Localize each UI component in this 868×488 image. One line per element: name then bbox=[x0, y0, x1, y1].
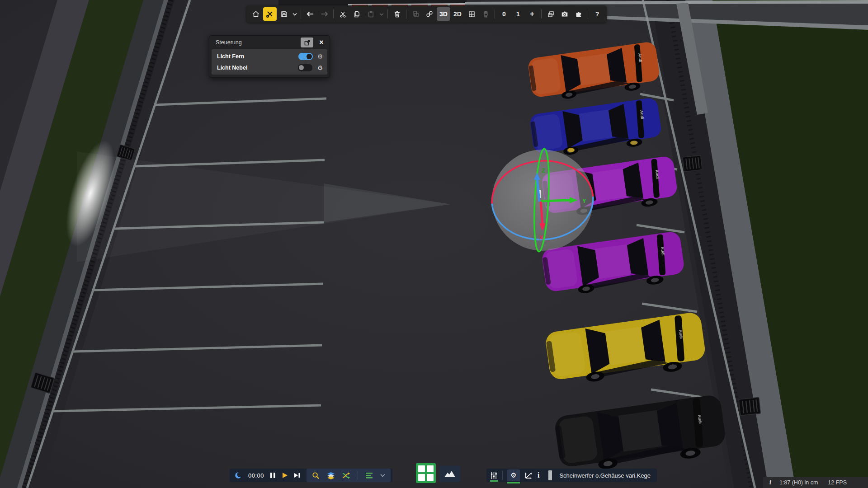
control-row-licht-nebel: Licht Nebel ⚙ bbox=[212, 62, 327, 73]
toolbar-separator bbox=[301, 9, 301, 19]
gizmo-y-label: Y bbox=[582, 197, 586, 204]
cut-button[interactable] bbox=[336, 7, 349, 21]
layer-0-button[interactable]: 0 bbox=[497, 7, 511, 21]
car-banner-text: Audi bbox=[655, 169, 660, 179]
view-2d-label: 2D bbox=[453, 10, 462, 18]
moon-night-icon[interactable] bbox=[234, 471, 242, 479]
paste-button[interactable] bbox=[364, 7, 377, 21]
search-icon[interactable] bbox=[312, 472, 320, 479]
pause-button[interactable] bbox=[270, 472, 276, 479]
drain-grate bbox=[739, 397, 760, 415]
scale-indicator: 1:87 (H0) in cm bbox=[779, 479, 818, 486]
car-banner-text: Audi bbox=[639, 110, 645, 119]
chevron-down-icon[interactable] bbox=[380, 474, 385, 477]
fps-indicator: 12 FPS bbox=[828, 479, 847, 486]
view-2d-button[interactable]: 2D bbox=[451, 7, 464, 21]
gizmo-x-label: X bbox=[539, 234, 543, 241]
info-icon[interactable]: i bbox=[769, 479, 771, 486]
toolbar-separator bbox=[387, 9, 388, 19]
view-tools-group bbox=[307, 469, 391, 482]
car-banner-text: Audi bbox=[660, 246, 665, 256]
simulation-time: 00:00 bbox=[248, 472, 264, 479]
steuerung-panel: Steuerung × Licht Fern ⚙ Licht Nebel ⚙ bbox=[209, 35, 330, 78]
shuffle-random-icon[interactable] bbox=[342, 472, 350, 479]
terrain-view-button[interactable] bbox=[439, 466, 460, 482]
toolbar-separator bbox=[495, 9, 495, 19]
plugin-puzzle-button[interactable] bbox=[572, 7, 585, 21]
main-toolbar: 3D 2D 0 1 + ? bbox=[246, 5, 607, 23]
toolbar-separator bbox=[588, 9, 588, 19]
status-bar: i 1:87 (H0) in cm 12 FPS bbox=[763, 477, 868, 488]
object-sliders-icon[interactable] bbox=[490, 472, 498, 479]
steuerung-panel-header[interactable]: Steuerung × bbox=[209, 36, 330, 49]
gizmo-z-label: Z bbox=[542, 167, 545, 174]
home-button[interactable] bbox=[249, 7, 263, 21]
close-icon[interactable]: × bbox=[317, 38, 326, 47]
paste-options-chevron[interactable] bbox=[378, 7, 385, 21]
view-3d-button[interactable]: 3D bbox=[437, 7, 450, 21]
help-button[interactable]: ? bbox=[590, 7, 604, 21]
selected-object-name: Scheinwerfer o.Gehäuse vari.Kege bbox=[559, 472, 652, 479]
play-button[interactable] bbox=[282, 472, 288, 479]
add-layer-label: + bbox=[530, 9, 534, 19]
gizmo-y-axis[interactable] bbox=[541, 200, 571, 201]
car-banner-text: Audi bbox=[637, 53, 643, 62]
gold-rim bbox=[630, 141, 637, 145]
layer-1-label: 1 bbox=[516, 10, 520, 18]
toolbar-separator bbox=[541, 9, 542, 19]
move-object-icon[interactable] bbox=[524, 472, 533, 479]
toolbar-separator bbox=[406, 9, 406, 19]
time-control-bar: 00:00 bbox=[230, 469, 392, 482]
redo-button[interactable] bbox=[317, 7, 331, 21]
edit-tools-button[interactable] bbox=[263, 7, 277, 21]
toolbar-separator bbox=[333, 9, 334, 19]
bar-separator bbox=[358, 471, 358, 480]
drag-handle[interactable] bbox=[548, 470, 552, 480]
layer-1-button[interactable]: 1 bbox=[511, 7, 525, 21]
skip-to-end-button[interactable] bbox=[294, 472, 301, 479]
external-link-icon bbox=[304, 40, 310, 46]
group-objects-button[interactable] bbox=[409, 7, 422, 21]
car-banner-text: Audi bbox=[678, 329, 684, 339]
link-button[interactable] bbox=[423, 7, 436, 21]
layout-grid-button[interactable] bbox=[416, 463, 436, 483]
car-banner-text: Audi bbox=[697, 414, 703, 424]
gold-rim bbox=[567, 148, 575, 152]
help-label: ? bbox=[595, 10, 599, 18]
panel-title: Steuerung bbox=[216, 39, 301, 46]
drain-grate bbox=[683, 155, 702, 172]
view-3d-label: 3D bbox=[439, 10, 448, 18]
control-row-licht-fern: Licht Fern ⚙ bbox=[212, 51, 327, 62]
train-mode-button[interactable] bbox=[479, 7, 492, 21]
bar-separator bbox=[502, 471, 503, 480]
window-layout-button[interactable] bbox=[544, 7, 557, 21]
licht-nebel-toggle[interactable] bbox=[297, 64, 313, 72]
mountain-icon bbox=[444, 470, 456, 478]
popout-button[interactable] bbox=[301, 38, 313, 47]
save-options-chevron[interactable] bbox=[291, 7, 298, 21]
object-info-icon[interactable]: i bbox=[538, 471, 539, 479]
event-log-list-icon[interactable] bbox=[365, 472, 373, 479]
screenshot-camera-button[interactable] bbox=[558, 7, 571, 21]
add-layer-button[interactable]: + bbox=[525, 7, 539, 21]
object-properties-bar: ⚙ i Scheinwerfer o.Gehäuse vari.Kege bbox=[486, 469, 657, 482]
scene-3d-viewport[interactable]: Audi Audi Audi Audi Audi Audi Z Y bbox=[0, 0, 868, 488]
gear-icon[interactable]: ⚙ bbox=[316, 64, 324, 71]
undo-button[interactable] bbox=[303, 7, 317, 21]
control-label: Licht Nebel bbox=[217, 65, 297, 71]
grid-view-button[interactable] bbox=[465, 7, 478, 21]
steuerung-panel-body: Licht Fern ⚙ Licht Nebel ⚙ bbox=[212, 49, 327, 75]
gear-icon[interactable]: ⚙ bbox=[316, 53, 324, 60]
delete-button[interactable] bbox=[390, 7, 404, 21]
layers-icon[interactable] bbox=[327, 472, 335, 479]
save-button[interactable] bbox=[277, 7, 291, 21]
object-settings-button[interactable]: ⚙ bbox=[507, 469, 520, 481]
copy-button[interactable] bbox=[350, 7, 363, 21]
layer-0-label: 0 bbox=[502, 10, 506, 18]
app-window: Audi Audi Audi Audi Audi Audi Z Y bbox=[0, 0, 868, 488]
control-label: Licht Fern bbox=[217, 53, 298, 60]
licht-fern-toggle[interactable] bbox=[298, 53, 313, 60]
